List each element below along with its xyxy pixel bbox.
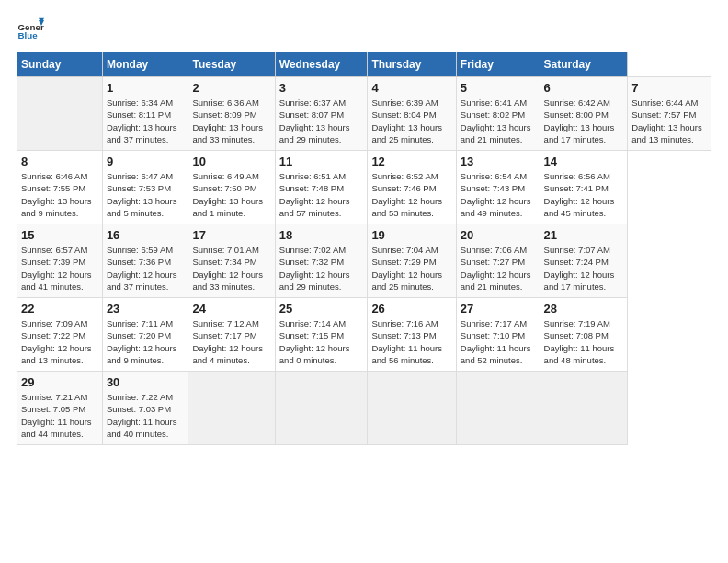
calendar-cell: 19Sunrise: 7:04 AM Sunset: 7:29 PM Dayli… (368, 224, 456, 298)
column-headers: SundayMondayTuesdayWednesdayThursdayFrid… (17, 52, 711, 77)
calendar-cell: 5Sunrise: 6:41 AM Sunset: 8:02 PM Daylig… (456, 77, 540, 151)
col-header-friday: Friday (456, 52, 540, 77)
day-detail: Sunrise: 6:36 AM Sunset: 8:09 PM Dayligh… (192, 97, 270, 145)
day-detail: Sunrise: 7:09 AM Sunset: 7:22 PM Dayligh… (21, 317, 98, 366)
day-number: 26 (371, 302, 451, 316)
day-number: 30 (107, 375, 185, 389)
day-detail: Sunrise: 7:07 AM Sunset: 7:24 PM Dayligh… (544, 244, 624, 293)
calendar-cell: 26Sunrise: 7:16 AM Sunset: 7:13 PM Dayli… (368, 298, 456, 372)
day-number: 21 (544, 228, 624, 242)
page: General Blue SundayMondayTuesdayWednesda… (0, 0, 728, 454)
day-detail: Sunrise: 6:42 AM Sunset: 8:00 PM Dayligh… (544, 97, 624, 145)
week-row-2: 8Sunrise: 6:46 AM Sunset: 7:55 PM Daylig… (17, 151, 711, 224)
col-header-wednesday: Wednesday (275, 52, 368, 77)
calendar-cell: 1Sunrise: 6:34 AM Sunset: 8:11 PM Daylig… (102, 77, 188, 151)
day-number: 4 (371, 81, 451, 95)
calendar-cell: 27Sunrise: 7:17 AM Sunset: 7:10 PM Dayli… (456, 298, 540, 372)
day-detail: Sunrise: 6:56 AM Sunset: 7:41 PM Dayligh… (544, 170, 624, 219)
logo: General Blue (17, 15, 44, 42)
calendar-cell: 10Sunrise: 6:49 AM Sunset: 7:50 PM Dayli… (188, 151, 275, 224)
header: General Blue (17, 15, 711, 42)
day-number: 22 (21, 302, 98, 316)
week-row-3: 15Sunrise: 6:57 AM Sunset: 7:39 PM Dayli… (17, 224, 711, 298)
calendar-cell: 11Sunrise: 6:51 AM Sunset: 7:48 PM Dayli… (275, 151, 368, 224)
day-number: 16 (107, 228, 185, 242)
svg-text:Blue: Blue (18, 30, 39, 40)
day-detail: Sunrise: 6:59 AM Sunset: 7:36 PM Dayligh… (107, 244, 185, 293)
day-number: 9 (107, 155, 185, 168)
day-detail: Sunrise: 6:51 AM Sunset: 7:48 PM Dayligh… (279, 170, 364, 219)
day-number: 24 (192, 302, 270, 316)
week-row-1: 1Sunrise: 6:34 AM Sunset: 8:11 PM Daylig… (17, 77, 711, 151)
day-number: 8 (21, 155, 98, 168)
day-detail: Sunrise: 6:44 AM Sunset: 7:57 PM Dayligh… (631, 97, 707, 145)
calendar-cell: 29Sunrise: 7:21 AM Sunset: 7:05 PM Dayli… (17, 372, 103, 445)
col-header-tuesday: Tuesday (188, 52, 275, 77)
day-detail: Sunrise: 7:21 AM Sunset: 7:05 PM Dayligh… (21, 391, 98, 440)
day-number: 29 (21, 375, 98, 389)
day-number: 20 (461, 228, 536, 242)
calendar-cell: 28Sunrise: 7:19 AM Sunset: 7:08 PM Dayli… (540, 298, 628, 372)
calendar-cell: 18Sunrise: 7:02 AM Sunset: 7:32 PM Dayli… (275, 224, 368, 298)
calendar-table: SundayMondayTuesdayWednesdayThursdayFrid… (17, 52, 711, 445)
day-detail: Sunrise: 7:17 AM Sunset: 7:10 PM Dayligh… (461, 317, 536, 366)
calendar-cell: 6Sunrise: 6:42 AM Sunset: 8:00 PM Daylig… (540, 77, 628, 151)
day-number: 17 (192, 228, 270, 242)
day-detail: Sunrise: 6:37 AM Sunset: 8:07 PM Dayligh… (279, 97, 364, 145)
day-detail: Sunrise: 7:11 AM Sunset: 7:20 PM Dayligh… (107, 317, 185, 366)
day-number: 19 (371, 228, 451, 242)
col-header-monday: Monday (102, 52, 188, 77)
calendar-cell: 12Sunrise: 6:52 AM Sunset: 7:46 PM Dayli… (368, 151, 456, 224)
calendar-cell: 23Sunrise: 7:11 AM Sunset: 7:20 PM Dayli… (102, 298, 188, 372)
calendar-cell (188, 372, 275, 445)
day-detail: Sunrise: 7:02 AM Sunset: 7:32 PM Dayligh… (279, 244, 364, 293)
calendar-cell (368, 372, 456, 445)
day-number: 12 (371, 155, 451, 168)
calendar-cell: 17Sunrise: 7:01 AM Sunset: 7:34 PM Dayli… (188, 224, 275, 298)
day-detail: Sunrise: 6:49 AM Sunset: 7:50 PM Dayligh… (192, 170, 270, 219)
day-detail: Sunrise: 7:04 AM Sunset: 7:29 PM Dayligh… (371, 244, 451, 293)
calendar-cell (17, 77, 103, 151)
calendar-cell: 16Sunrise: 6:59 AM Sunset: 7:36 PM Dayli… (102, 224, 188, 298)
calendar-cell: 25Sunrise: 7:14 AM Sunset: 7:15 PM Dayli… (275, 298, 368, 372)
day-detail: Sunrise: 7:06 AM Sunset: 7:27 PM Dayligh… (461, 244, 536, 293)
calendar-cell: 4Sunrise: 6:39 AM Sunset: 8:04 PM Daylig… (368, 77, 456, 151)
calendar-cell: 3Sunrise: 6:37 AM Sunset: 8:07 PM Daylig… (275, 77, 368, 151)
day-detail: Sunrise: 6:34 AM Sunset: 8:11 PM Dayligh… (107, 97, 185, 145)
day-detail: Sunrise: 7:01 AM Sunset: 7:34 PM Dayligh… (192, 244, 270, 293)
calendar-cell (456, 372, 540, 445)
day-detail: Sunrise: 7:19 AM Sunset: 7:08 PM Dayligh… (544, 317, 624, 366)
day-number: 18 (279, 228, 364, 242)
day-detail: Sunrise: 7:14 AM Sunset: 7:15 PM Dayligh… (279, 317, 364, 366)
calendar-cell: 14Sunrise: 6:56 AM Sunset: 7:41 PM Dayli… (540, 151, 628, 224)
day-number: 28 (544, 302, 624, 316)
day-detail: Sunrise: 6:47 AM Sunset: 7:53 PM Dayligh… (107, 170, 185, 219)
day-detail: Sunrise: 6:39 AM Sunset: 8:04 PM Dayligh… (371, 97, 451, 145)
col-header-thursday: Thursday (368, 52, 456, 77)
day-number: 13 (461, 155, 536, 168)
day-detail: Sunrise: 6:41 AM Sunset: 8:02 PM Dayligh… (461, 97, 536, 145)
week-row-5: 29Sunrise: 7:21 AM Sunset: 7:05 PM Dayli… (17, 372, 711, 445)
day-number: 25 (279, 302, 364, 316)
day-number: 11 (279, 155, 364, 168)
day-number: 1 (107, 81, 185, 95)
day-number: 14 (544, 155, 624, 168)
day-number: 7 (631, 81, 707, 95)
day-number: 27 (461, 302, 536, 316)
calendar-cell (540, 372, 628, 445)
calendar-cell: 13Sunrise: 6:54 AM Sunset: 7:43 PM Dayli… (456, 151, 540, 224)
day-number: 23 (107, 302, 185, 316)
day-detail: Sunrise: 6:46 AM Sunset: 7:55 PM Dayligh… (21, 170, 98, 219)
day-detail: Sunrise: 6:57 AM Sunset: 7:39 PM Dayligh… (21, 244, 98, 293)
day-number: 15 (21, 228, 98, 242)
calendar-cell: 2Sunrise: 6:36 AM Sunset: 8:09 PM Daylig… (188, 77, 275, 151)
day-detail: Sunrise: 6:52 AM Sunset: 7:46 PM Dayligh… (371, 170, 451, 219)
day-detail: Sunrise: 6:54 AM Sunset: 7:43 PM Dayligh… (461, 170, 536, 219)
calendar-cell: 15Sunrise: 6:57 AM Sunset: 7:39 PM Dayli… (17, 224, 103, 298)
day-number: 6 (544, 81, 624, 95)
col-header-sunday: Sunday (17, 52, 103, 77)
calendar-body: 1Sunrise: 6:34 AM Sunset: 8:11 PM Daylig… (17, 77, 711, 445)
day-detail: Sunrise: 7:12 AM Sunset: 7:17 PM Dayligh… (192, 317, 270, 366)
week-row-4: 22Sunrise: 7:09 AM Sunset: 7:22 PM Dayli… (17, 298, 711, 372)
calendar-cell: 8Sunrise: 6:46 AM Sunset: 7:55 PM Daylig… (17, 151, 103, 224)
